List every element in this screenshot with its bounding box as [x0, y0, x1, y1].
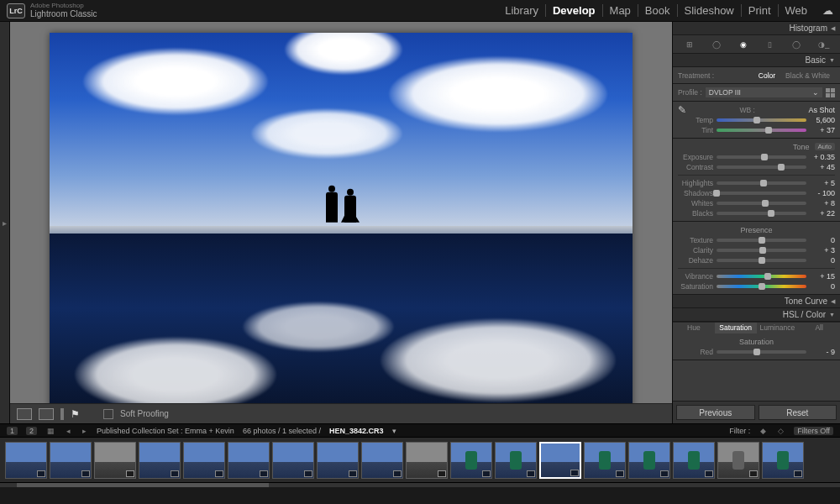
contrast-slider[interactable]	[717, 165, 806, 169]
filmstrip-thumb[interactable]	[317, 442, 359, 479]
texture-slider[interactable]	[717, 239, 806, 242]
shadows-slider[interactable]	[717, 192, 806, 195]
thumb-badge-icon	[570, 470, 579, 476]
filmstrip-thumb[interactable]	[183, 442, 225, 479]
filmstrip-thumb[interactable]	[450, 442, 492, 479]
treatment-toggle[interactable]: Color Black & White	[753, 71, 835, 81]
tab-book[interactable]: Book	[638, 4, 677, 17]
reset-button[interactable]: Reset	[759, 405, 837, 420]
temp-slider[interactable]	[717, 118, 806, 122]
wb-preset-dropdown[interactable]: As Shot	[808, 106, 835, 114]
filmstrip-thumb[interactable]	[94, 442, 136, 479]
tint-value[interactable]: + 37	[810, 126, 835, 134]
mask-tool-icon[interactable]: ▯	[763, 38, 776, 51]
basic-panel-header[interactable]: Basic▼	[673, 54, 840, 67]
nav-fwd-icon[interactable]: ▸	[82, 427, 87, 435]
wb-eyedropper-icon[interactable]: ✎	[678, 104, 686, 116]
nav-back-icon[interactable]: ◂	[66, 427, 71, 435]
soft-proofing-checkbox[interactable]	[103, 409, 113, 419]
histogram-header[interactable]: Histogram◀	[673, 22, 840, 35]
before-after-view-icon[interactable]	[39, 408, 54, 420]
brush-tool-icon[interactable]: ◑⎯	[816, 38, 830, 51]
whites-slider[interactable]	[717, 202, 806, 205]
flag-icon[interactable]: ⚑	[71, 408, 80, 420]
presence-section: Presence Texture 0 Clarity + 3 Dehaze 0 …	[673, 222, 840, 295]
filmstrip-thumb[interactable]	[762, 442, 804, 479]
contrast-value[interactable]: + 45	[810, 163, 835, 171]
filmstrip-thumb[interactable]	[628, 442, 670, 479]
hsl-tab-luminance[interactable]: Luminance	[757, 323, 799, 333]
highlights-value[interactable]: + 5	[810, 179, 835, 187]
hsl-tab-saturation[interactable]: Saturation	[715, 323, 757, 333]
shadows-value[interactable]: - 100	[810, 189, 835, 197]
vibrance-value[interactable]: + 15	[810, 272, 835, 281]
breadcrumb-chevron-icon[interactable]: ▾	[392, 427, 396, 435]
filter-switch[interactable]: Filters Off	[794, 427, 833, 435]
hsl-tab-hue[interactable]: Hue	[673, 323, 715, 333]
second-monitor-1[interactable]: 1	[7, 427, 18, 435]
radial-tool-icon[interactable]: ◯	[790, 38, 803, 51]
filmstrip-thumb[interactable]	[50, 442, 92, 479]
highlights-slider[interactable]	[717, 181, 806, 185]
thumb-badge-icon	[660, 470, 669, 477]
auto-tone-button[interactable]: Auto	[815, 143, 835, 150]
left-panel-expand[interactable]: ▸	[0, 22, 10, 423]
clarity-value[interactable]: + 3	[810, 246, 835, 255]
clarity-slider[interactable]	[717, 249, 806, 252]
filmstrip-thumb[interactable]	[5, 442, 47, 479]
profile-section: Profile : DVLOP III⌄	[673, 84, 840, 102]
crop-tool-icon[interactable]: ⊞	[683, 38, 696, 51]
hsl-color-header[interactable]: HSL / Color▼	[673, 308, 840, 322]
blacks-slider[interactable]	[717, 212, 806, 215]
thumb-badge-icon	[794, 470, 802, 477]
filmstrip-scrollbar[interactable]	[0, 482, 840, 487]
filmstrip-thumb[interactable]	[139, 442, 181, 479]
hsl-red-value[interactable]: - 9	[810, 348, 835, 356]
saturation-value[interactable]: 0	[810, 282, 835, 291]
spot-tool-icon[interactable]: ◯	[710, 38, 723, 51]
texture-value[interactable]: 0	[810, 236, 835, 244]
filter-flag-icon[interactable]: ◆	[760, 427, 766, 435]
dehaze-slider[interactable]	[717, 259, 806, 262]
filmstrip-thumb[interactable]	[539, 442, 581, 479]
hsl-red-slider[interactable]	[717, 350, 806, 354]
tab-library[interactable]: Library	[498, 4, 545, 17]
filmstrip-thumb[interactable]	[717, 442, 759, 479]
tone-curve-header[interactable]: Tone Curve◀	[673, 295, 840, 308]
cloud-sync-icon[interactable]: ☁	[822, 4, 833, 17]
temp-value[interactable]: 5,600	[810, 116, 835, 124]
previous-button[interactable]: Previous	[676, 405, 755, 420]
whites-value[interactable]: + 8	[810, 199, 835, 207]
dehaze-value[interactable]: 0	[810, 256, 835, 265]
current-filename: HEN_3842.CR3	[329, 427, 384, 435]
grid-view-icon[interactable]: ▦	[47, 427, 55, 435]
filmstrip-thumb[interactable]	[406, 442, 448, 479]
filmstrip-thumb[interactable]	[272, 442, 314, 479]
filmstrip-thumb[interactable]	[228, 442, 270, 479]
profile-dropdown[interactable]: DVLOP III⌄	[706, 87, 822, 97]
filmstrip-thumb[interactable]	[584, 442, 626, 479]
filmstrip-thumb[interactable]	[361, 442, 403, 479]
exposure-value[interactable]: + 0.35	[810, 153, 835, 161]
tab-web[interactable]: Web	[778, 4, 815, 17]
profile-browser-icon[interactable]	[826, 88, 835, 97]
tab-print[interactable]: Print	[741, 4, 778, 17]
tab-develop[interactable]: Develop	[545, 4, 602, 17]
filter-star-icon[interactable]: ◇	[778, 427, 784, 435]
filmstrip-thumb[interactable]	[673, 442, 715, 479]
filmstrip-thumb[interactable]	[495, 442, 537, 479]
filmstrip[interactable]	[0, 437, 840, 482]
second-monitor-2[interactable]: 2	[26, 427, 37, 435]
tab-map[interactable]: Map	[602, 4, 638, 17]
blacks-value[interactable]: + 22	[810, 209, 835, 218]
exposure-slider[interactable]	[717, 155, 806, 159]
loupe-view-icon[interactable]	[17, 408, 32, 420]
redeye-tool-icon[interactable]: ◉	[737, 38, 750, 51]
tab-slideshow[interactable]: Slideshow	[677, 4, 741, 17]
image-canvas[interactable]	[10, 22, 672, 423]
vibrance-slider[interactable]	[717, 275, 806, 278]
tint-slider[interactable]	[717, 129, 806, 132]
saturation-slider[interactable]	[717, 285, 806, 288]
collection-breadcrumb[interactable]: Published Collection Set : Emma + Kevin	[97, 427, 234, 435]
hsl-tab-all[interactable]: All	[798, 323, 840, 333]
